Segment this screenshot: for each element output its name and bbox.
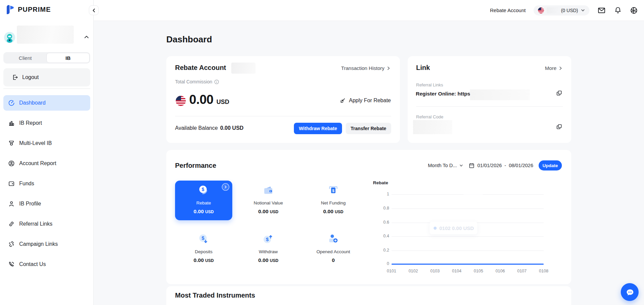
page-title: Dashboard: [166, 34, 212, 45]
language-globe-icon[interactable]: [630, 6, 638, 14]
info-icon[interactable]: [214, 79, 219, 84]
transfer-rebate-label: Transfer Rebate: [351, 126, 386, 131]
chevron-right-icon[interactable]: [222, 183, 229, 191]
account-balance: (0 USD): [561, 8, 578, 13]
date-separator: -: [505, 163, 506, 168]
apply-rebate-icon: [340, 98, 346, 104]
live-chat-button[interactable]: [621, 283, 639, 301]
tile-label: Opened Account: [316, 249, 350, 254]
sidebar-item-label: Referral Links: [19, 221, 53, 227]
sidebar-item-label: Campaign Links: [19, 241, 58, 247]
card-divider: [175, 116, 391, 116]
calendar-icon: [469, 162, 475, 168]
metric-tile-withdraw[interactable]: $ Withdraw 0.00 USD: [240, 229, 297, 269]
logout-button[interactable]: Logout: [3, 68, 90, 86]
sidebar-item-account-report[interactable]: Account Report: [3, 156, 90, 171]
total-commission-amount: 0.00 USD: [189, 92, 229, 107]
sidebar-item-label: IB Report: [19, 120, 42, 126]
person-icon: [8, 200, 15, 207]
client-ib-toggle: Client IB: [3, 52, 90, 64]
account-selector[interactable]: (0 USD): [534, 5, 589, 15]
sidebar-item-campaign-links[interactable]: Campaign Links: [3, 236, 90, 252]
apply-for-rebate-link[interactable]: Apply For Rebate: [340, 98, 391, 104]
sidebar-divider: [3, 88, 90, 89]
chevron-up-icon[interactable]: [84, 34, 89, 40]
x-axis-tick: 0103: [429, 269, 441, 273]
chat-bubble-icon: [625, 287, 635, 297]
total-commission-label: Total Commission: [175, 79, 219, 84]
metric-tile-opened-account[interactable]: Opened Account 0: [305, 229, 362, 269]
tile-value: 0.00: [194, 208, 204, 214]
x-axis-tick: 0101: [385, 269, 398, 273]
opened-account-icon: [328, 233, 339, 245]
sidebar-item-ib-report[interactable]: IB Report: [3, 115, 90, 131]
y-axis-tick: 0.4: [376, 234, 389, 238]
metric-tile-net-funding[interactable]: $ Net Funding 0.00 USD: [305, 181, 362, 220]
sidebar-item-label: Multi-Level IB: [19, 140, 52, 146]
withdraw-rebate-button[interactable]: Withdraw Rebate: [294, 123, 342, 134]
sidebar-item-ib-profile[interactable]: IB Profile: [3, 196, 90, 212]
brand-name: PUPRIME: [18, 6, 51, 13]
medal-icon: [8, 140, 15, 147]
metric-tile-rebate[interactable]: $ Rebate 0.00 USD: [175, 181, 232, 220]
tile-label: Notional Value: [254, 200, 283, 205]
gridline: [392, 208, 544, 209]
range-selector-value: Month To D...: [428, 163, 457, 168]
tab-ib-label: IB: [66, 55, 71, 61]
copy-icon[interactable]: [556, 123, 563, 130]
tile-value: 0: [332, 257, 335, 263]
rebate-card-title: Rebate Account: [175, 64, 226, 72]
date-range-selector[interactable]: Month To D...: [428, 163, 463, 168]
metric-tile-notional-value[interactable]: Notional Value 0.00 USD: [240, 181, 297, 220]
x-axis-tick: 0106: [494, 269, 506, 273]
tile-value: 0.00: [258, 257, 268, 263]
sidebar-item-dashboard[interactable]: Dashboard: [3, 95, 90, 111]
tile-label: Rebate: [196, 200, 211, 205]
usd-flag-icon: [176, 96, 186, 106]
notional-wallet-icon: [263, 185, 274, 196]
gridline: [392, 236, 544, 237]
update-button[interactable]: Update: [539, 160, 562, 170]
chevron-down-icon: [581, 8, 585, 12]
brand-logo: PUPRIME: [5, 4, 51, 14]
link-more-link[interactable]: More: [545, 65, 563, 71]
card-divider: [416, 106, 563, 107]
sidebar-item-multi-level-ib[interactable]: Multi-Level IB: [3, 136, 90, 151]
chevron-down-icon: [459, 163, 463, 167]
rebate-account-number-redacted: [231, 63, 256, 74]
sidebar-collapse-button[interactable]: [89, 5, 99, 15]
sidebar: PUPRIME Client IB Logout: [0, 0, 94, 305]
x-axis: 0101 0102 0103 0104 0105 0106 0107 0108: [385, 269, 550, 273]
tooltip-value: 0.00 USD: [452, 225, 474, 231]
tile-unit: USD: [270, 209, 278, 214]
date-to: 08/01/2026: [509, 163, 533, 168]
user-avatar[interactable]: [4, 32, 15, 43]
update-label: Update: [543, 163, 558, 168]
withdraw-rebate-label: Withdraw Rebate: [299, 126, 337, 131]
tile-unit: USD: [335, 209, 343, 214]
tab-client[interactable]: Client: [4, 53, 46, 63]
svg-text:$: $: [266, 236, 269, 242]
chart-tooltip: 0102 0.00 USD: [430, 222, 477, 234]
tab-ib[interactable]: IB: [46, 53, 90, 63]
copy-icon[interactable]: [556, 90, 563, 97]
performance-card: Performance Month To D... 01/01/2026 - 0…: [166, 150, 571, 284]
sidebar-item-funds[interactable]: Funds: [3, 176, 90, 191]
notifications-bell-icon[interactable]: [614, 6, 622, 14]
mail-icon[interactable]: [598, 6, 606, 14]
transaction-history-link[interactable]: Transaction History: [341, 65, 391, 71]
referral-url-redacted: [470, 89, 530, 100]
tile-unit: USD: [205, 258, 214, 263]
sidebar-item-contact-us[interactable]: Contact Us: [3, 257, 90, 272]
transfer-rebate-button[interactable]: Transfer Rebate: [346, 123, 391, 134]
metric-tile-deposits[interactable]: $ Deposits 0.00 USD: [175, 229, 232, 269]
apply-rebate-label: Apply For Rebate: [349, 98, 391, 104]
more-label: More: [545, 65, 556, 71]
sidebar-item-label: IB Profile: [19, 201, 41, 207]
tab-client-label: Client: [19, 55, 32, 61]
date-range-picker[interactable]: 01/01/2026 - 08/01/2026: [469, 162, 533, 168]
rebate-series-line: [392, 264, 544, 265]
sidebar-item-referral-links[interactable]: Referral Links: [3, 216, 90, 232]
withdraw-icon: $: [263, 233, 274, 245]
chart-title: Rebate: [373, 180, 388, 185]
